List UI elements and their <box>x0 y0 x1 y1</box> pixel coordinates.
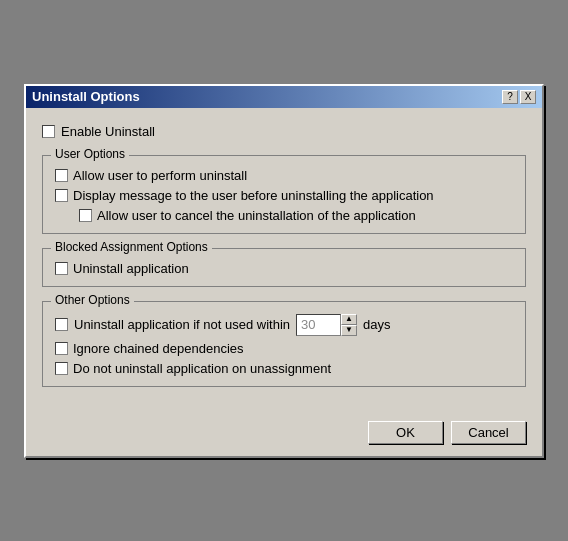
blocked-option-1-label[interactable]: Uninstall application <box>73 261 189 276</box>
enable-uninstall-checkbox[interactable] <box>42 125 55 138</box>
title-bar-buttons: ? X <box>502 90 536 104</box>
user-option-row-2: Display message to the user before unins… <box>55 188 513 203</box>
other-options-group: Other Options Uninstall application if n… <box>42 301 526 387</box>
other-option-spinner-row: Uninstall application if not used within… <box>55 314 513 336</box>
user-option-row-3: Allow user to cancel the uninstallation … <box>79 208 513 223</box>
other-option-spinner-label-before[interactable]: Uninstall application if not used within <box>74 317 290 332</box>
other-option-2-checkbox[interactable] <box>55 342 68 355</box>
user-option-3-checkbox[interactable] <box>79 209 92 222</box>
other-option-row-2: Ignore chained dependencies <box>55 341 513 356</box>
other-option-3-label[interactable]: Do not uninstall application on unassign… <box>73 361 331 376</box>
spinner-down-button[interactable]: ▼ <box>341 325 357 336</box>
blocked-option-row-1: Uninstall application <box>55 261 513 276</box>
blocked-options-body: Uninstall application <box>55 257 513 276</box>
dialog-window: Uninstall Options ? X Enable Uninstall U… <box>24 84 544 458</box>
ok-button[interactable]: OK <box>368 421 443 444</box>
spinner-buttons: ▲ ▼ <box>341 314 357 336</box>
dialog-content: Enable Uninstall User Options Allow user… <box>26 108 542 413</box>
user-option-2-label[interactable]: Display message to the user before unins… <box>73 188 434 203</box>
other-option-3-checkbox[interactable] <box>55 362 68 375</box>
other-option-2-label[interactable]: Ignore chained dependencies <box>73 341 244 356</box>
other-option-spinner-label-after[interactable]: days <box>363 317 390 332</box>
spinner-value: 30 <box>301 317 315 332</box>
user-option-2-checkbox[interactable] <box>55 189 68 202</box>
help-button[interactable]: ? <box>502 90 518 104</box>
enable-uninstall-label[interactable]: Enable Uninstall <box>61 124 155 139</box>
other-options-body: Uninstall application if not used within… <box>55 310 513 376</box>
user-options-body: Allow user to perform uninstall Display … <box>55 164 513 223</box>
user-option-3-label[interactable]: Allow user to cancel the uninstallation … <box>97 208 416 223</box>
user-options-legend: User Options <box>51 147 129 161</box>
other-option-row-3: Do not uninstall application on unassign… <box>55 361 513 376</box>
blocked-options-legend: Blocked Assignment Options <box>51 240 212 254</box>
blocked-options-group: Blocked Assignment Options Uninstall app… <box>42 248 526 287</box>
cancel-button[interactable]: Cancel <box>451 421 526 444</box>
user-option-1-checkbox[interactable] <box>55 169 68 182</box>
spinner-input-field[interactable]: 30 <box>296 314 341 336</box>
user-option-row-1: Allow user to perform uninstall <box>55 168 513 183</box>
dialog-footer: OK Cancel <box>26 413 542 456</box>
user-option-1-label[interactable]: Allow user to perform uninstall <box>73 168 247 183</box>
user-options-group: User Options Allow user to perform unins… <box>42 155 526 234</box>
spinner-up-button[interactable]: ▲ <box>341 314 357 325</box>
blocked-option-1-checkbox[interactable] <box>55 262 68 275</box>
dialog-title: Uninstall Options <box>32 89 140 104</box>
enable-uninstall-row: Enable Uninstall <box>42 124 526 139</box>
title-bar: Uninstall Options ? X <box>26 86 542 108</box>
spinner-control: 30 ▲ ▼ <box>296 314 357 336</box>
other-options-legend: Other Options <box>51 293 134 307</box>
other-option-spinner-checkbox[interactable] <box>55 318 68 331</box>
close-button[interactable]: X <box>520 90 536 104</box>
